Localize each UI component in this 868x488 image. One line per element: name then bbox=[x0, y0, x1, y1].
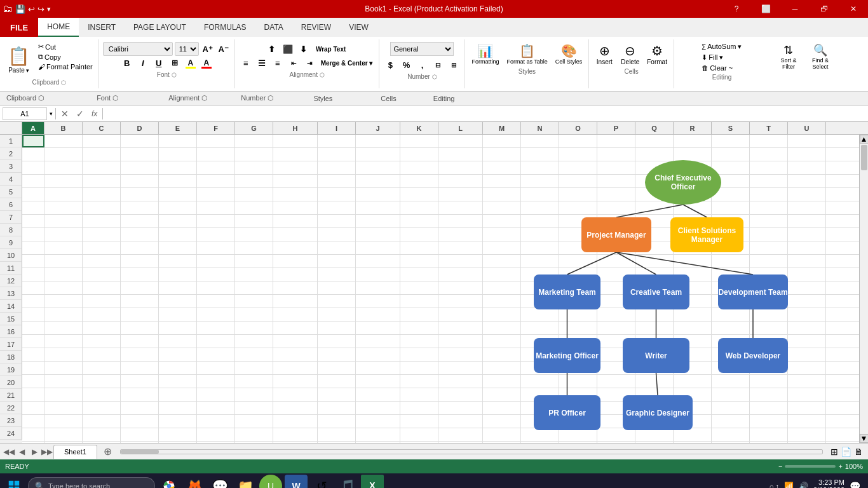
grid-cell[interactable] bbox=[400, 281, 438, 294]
grid-cell[interactable] bbox=[788, 201, 826, 214]
row-num-9[interactable]: 9 bbox=[0, 236, 22, 249]
grid-cell[interactable] bbox=[197, 281, 235, 294]
org-node-pro[interactable]: PR Officer bbox=[534, 395, 600, 430]
grid-cell[interactable] bbox=[273, 215, 318, 227]
grid-cell[interactable] bbox=[483, 442, 521, 443]
grid-cell[interactable] bbox=[159, 175, 197, 187]
grid-cell[interactable] bbox=[635, 255, 674, 268]
grid-cell[interactable] bbox=[197, 295, 235, 308]
grid-cell[interactable] bbox=[44, 215, 83, 227]
col-header-a[interactable]: A bbox=[22, 122, 44, 134]
bold-btn[interactable]: B bbox=[120, 56, 134, 70]
grid-cell[interactable] bbox=[159, 348, 197, 361]
grid-cell[interactable] bbox=[750, 308, 788, 321]
grid-cell[interactable] bbox=[197, 255, 235, 268]
tab-insert[interactable]: INSERT bbox=[79, 18, 125, 37]
grid-cell[interactable] bbox=[400, 228, 438, 241]
grid-cell[interactable] bbox=[121, 148, 159, 161]
grid-cell[interactable] bbox=[559, 442, 597, 443]
grid-cell[interactable] bbox=[273, 375, 318, 388]
grid-cell[interactable] bbox=[22, 135, 44, 147]
grid-cell[interactable] bbox=[559, 201, 597, 214]
grid-cell[interactable] bbox=[438, 442, 483, 443]
grid-cell[interactable] bbox=[400, 295, 438, 308]
sheet-nav-prev[interactable]: ◀ bbox=[15, 445, 28, 458]
grid-cell[interactable] bbox=[356, 295, 400, 308]
grid-cell[interactable] bbox=[44, 295, 83, 308]
grid-cell[interactable] bbox=[121, 415, 159, 428]
grid-cell[interactable] bbox=[788, 295, 826, 308]
col-header-b[interactable]: B bbox=[44, 122, 83, 134]
format-painter-button[interactable]: 🖌Format Painter bbox=[36, 62, 95, 71]
grid-cell[interactable] bbox=[318, 295, 356, 308]
grid-cell[interactable] bbox=[788, 241, 826, 254]
zoom-in-btn[interactable]: + bbox=[838, 463, 842, 470]
grid-cell[interactable] bbox=[400, 308, 438, 321]
grid-cell[interactable] bbox=[788, 308, 826, 321]
col-header-o[interactable]: O bbox=[559, 122, 597, 134]
grid-cell[interactable] bbox=[83, 161, 121, 174]
grid-cell[interactable] bbox=[159, 255, 197, 268]
grid-cell[interactable] bbox=[750, 188, 788, 201]
number-format-select[interactable]: General bbox=[390, 42, 454, 56]
grid-cell[interactable] bbox=[483, 322, 521, 334]
grid-cell[interactable] bbox=[273, 415, 318, 428]
row-num-3[interactable]: 3 bbox=[0, 160, 22, 173]
grid-cell[interactable] bbox=[750, 402, 788, 414]
grid-cell[interactable] bbox=[235, 281, 273, 294]
grid-cell[interactable] bbox=[750, 161, 788, 174]
grid-cell[interactable] bbox=[83, 175, 121, 187]
zoom-out-btn[interactable]: − bbox=[778, 463, 782, 470]
grid-cell[interactable] bbox=[83, 281, 121, 294]
grid-cell[interactable] bbox=[483, 268, 521, 281]
grid-cell[interactable] bbox=[273, 241, 318, 254]
grid-cell[interactable] bbox=[83, 241, 121, 254]
grid-cell[interactable] bbox=[356, 375, 400, 388]
grid-cell[interactable] bbox=[44, 148, 83, 161]
grid-cell[interactable] bbox=[750, 201, 788, 214]
grid-cell[interactable] bbox=[197, 215, 235, 227]
grid-cell[interactable] bbox=[22, 281, 44, 294]
grid-cell[interactable] bbox=[483, 188, 521, 201]
row-num-6[interactable]: 6 bbox=[0, 198, 22, 211]
grid-cell[interactable] bbox=[356, 415, 400, 428]
grid-cell[interactable] bbox=[197, 135, 235, 147]
grid-cell[interactable] bbox=[235, 415, 273, 428]
grid-cell[interactable] bbox=[674, 308, 712, 321]
grid-cell[interactable] bbox=[712, 201, 750, 214]
increase-font-btn[interactable]: A⁺ bbox=[201, 42, 215, 56]
increase-decimal-btn[interactable]: ⊞ bbox=[447, 58, 461, 72]
grid-cell[interactable] bbox=[635, 322, 674, 334]
taskbar-chrome[interactable] bbox=[158, 475, 180, 488]
grid-cell[interactable] bbox=[159, 215, 197, 227]
grid-cell[interactable] bbox=[22, 402, 44, 414]
grid-cell[interactable] bbox=[159, 268, 197, 281]
insert-function-btn[interactable]: fx bbox=[89, 109, 100, 118]
grid-cell[interactable] bbox=[83, 415, 121, 428]
grid-cell[interactable] bbox=[159, 415, 197, 428]
grid-cell[interactable] bbox=[235, 228, 273, 241]
grid-cell[interactable] bbox=[22, 295, 44, 308]
col-header-l[interactable]: L bbox=[438, 122, 483, 134]
grid-cell[interactable] bbox=[438, 322, 483, 334]
grid-cell[interactable] bbox=[44, 402, 83, 414]
grid-cell[interactable] bbox=[121, 201, 159, 214]
grid-cell[interactable] bbox=[788, 428, 826, 441]
grid-cell[interactable] bbox=[483, 135, 521, 147]
grid-cell[interactable] bbox=[159, 442, 197, 443]
align-middle-btn[interactable]: ⬛ bbox=[281, 42, 295, 56]
grid-cell[interactable] bbox=[44, 348, 83, 361]
grid-cell[interactable] bbox=[235, 148, 273, 161]
grid-cell[interactable] bbox=[273, 402, 318, 414]
col-header-e[interactable]: E bbox=[159, 122, 197, 134]
grid-cell[interactable] bbox=[597, 148, 635, 161]
org-node-ct[interactable]: Creative Team bbox=[623, 274, 689, 309]
grid-cell[interactable] bbox=[635, 442, 674, 443]
grid-cell[interactable] bbox=[22, 442, 44, 443]
grid-cell[interactable] bbox=[597, 442, 635, 443]
row-num-19[interactable]: 19 bbox=[0, 363, 22, 376]
grid-cell[interactable] bbox=[559, 375, 597, 388]
grid-cell[interactable] bbox=[483, 281, 521, 294]
grid-cell[interactable] bbox=[235, 255, 273, 268]
grid-cell[interactable] bbox=[197, 402, 235, 414]
